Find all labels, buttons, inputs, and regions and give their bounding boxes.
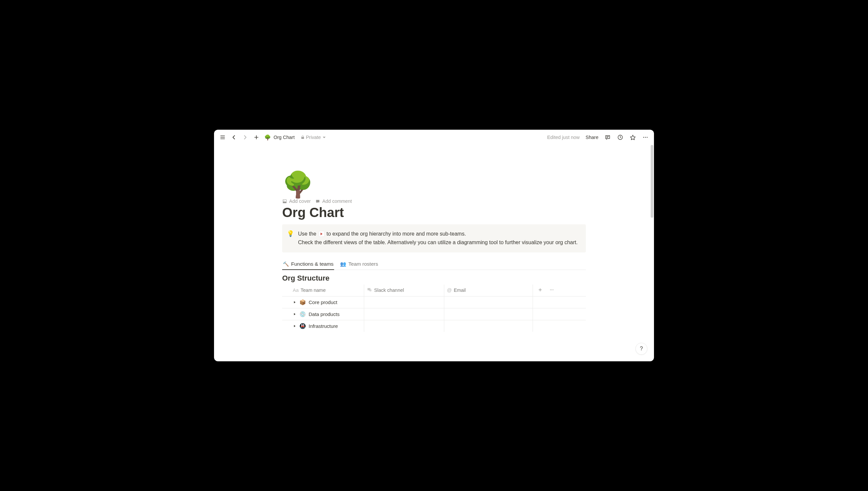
column-more-button[interactable] bbox=[549, 287, 555, 293]
tab-team-rosters[interactable]: 👥 Team rosters bbox=[339, 259, 379, 270]
svg-point-17 bbox=[553, 289, 553, 290]
cell-empty bbox=[533, 320, 586, 332]
cell-email[interactable] bbox=[444, 320, 533, 332]
toggle-triangle-icon bbox=[319, 231, 325, 237]
cell-empty bbox=[533, 308, 586, 320]
help-button[interactable]: ? bbox=[635, 343, 647, 355]
page-actions: Add cover Add comment bbox=[282, 199, 586, 204]
row-name-text: Core product bbox=[309, 299, 337, 305]
table-row[interactable]: 📦 Core product bbox=[282, 296, 586, 308]
comments-icon[interactable] bbox=[604, 134, 611, 141]
cell-slack[interactable] bbox=[364, 308, 444, 320]
scrollbar[interactable] bbox=[651, 145, 653, 218]
row-emoji-icon: 🚇 bbox=[299, 323, 306, 329]
cell-team-name[interactable]: 📦 Core product bbox=[282, 296, 364, 308]
lock-icon bbox=[301, 135, 305, 140]
svg-point-12 bbox=[284, 200, 285, 201]
speech-icon bbox=[367, 287, 372, 293]
tab-functions-teams[interactable]: 🔨 Functions & teams bbox=[282, 259, 334, 270]
callout-text: Use the to expand the org hierarchy into… bbox=[298, 230, 577, 247]
comment-icon bbox=[315, 199, 320, 204]
chevron-down-icon bbox=[322, 135, 326, 140]
expand-toggle[interactable] bbox=[293, 312, 297, 316]
tab-label: Team rosters bbox=[348, 261, 378, 267]
add-column-button[interactable] bbox=[538, 287, 543, 293]
back-button[interactable] bbox=[231, 134, 237, 141]
svg-point-15 bbox=[550, 289, 551, 290]
add-comment-button[interactable]: Add comment bbox=[315, 199, 352, 204]
at-icon: @ bbox=[447, 288, 452, 293]
cell-empty bbox=[533, 296, 586, 308]
hammer-icon: 🔨 bbox=[283, 261, 289, 267]
svg-point-11 bbox=[647, 137, 648, 138]
row-name-text: Data products bbox=[309, 311, 339, 317]
cell-email[interactable] bbox=[444, 296, 533, 308]
add-cover-button[interactable]: Add cover bbox=[282, 199, 310, 204]
share-button[interactable]: Share bbox=[586, 135, 598, 140]
add-cover-label: Add cover bbox=[289, 199, 310, 204]
table-row[interactable]: 🚇 Infrastructure bbox=[282, 320, 586, 332]
favorite-icon[interactable] bbox=[629, 134, 636, 141]
breadcrumb-page-title: Org Chart bbox=[274, 135, 295, 140]
table-row[interactable]: 💿 Data products bbox=[282, 308, 586, 320]
breadcrumb-page-icon: 🌳 bbox=[264, 134, 271, 141]
callout-block[interactable]: 💡 Use the to expand the org hierarchy in… bbox=[282, 224, 586, 253]
svg-marker-8 bbox=[630, 135, 635, 140]
callout-lightbulb-icon: 💡 bbox=[287, 230, 294, 247]
column-header-email[interactable]: @ Email bbox=[444, 285, 533, 296]
privacy-indicator[interactable]: Private bbox=[301, 135, 326, 140]
tab-label: Functions & teams bbox=[291, 261, 333, 267]
topbar-right: Edited just now Share bbox=[547, 134, 649, 141]
page-title[interactable]: Org Chart bbox=[282, 204, 586, 220]
people-icon: 👥 bbox=[340, 261, 346, 267]
column-header-name[interactable]: Aa Team name bbox=[282, 285, 364, 296]
topbar: 🌳 Org Chart Private Edited just now Shar… bbox=[214, 130, 654, 145]
cell-slack[interactable] bbox=[364, 296, 444, 308]
cell-team-name[interactable]: 💿 Data products bbox=[282, 308, 364, 320]
app-window: 🌳 Org Chart Private Edited just now Shar… bbox=[214, 130, 654, 361]
expand-toggle[interactable] bbox=[293, 300, 297, 304]
svg-point-9 bbox=[643, 137, 644, 138]
svg-point-16 bbox=[551, 289, 552, 290]
add-comment-label: Add comment bbox=[322, 199, 352, 204]
section-title[interactable]: Org Structure bbox=[282, 274, 586, 283]
breadcrumb[interactable]: 🌳 Org Chart bbox=[264, 134, 295, 141]
row-name-text: Infrastructure bbox=[309, 323, 338, 329]
cell-email[interactable] bbox=[444, 308, 533, 320]
topbar-left: 🌳 Org Chart Private bbox=[219, 134, 544, 141]
page-container: 🌳 Add cover Add comment Org Chart 💡 Use … bbox=[250, 172, 618, 345]
column-header-slack[interactable]: Slack channel bbox=[364, 285, 444, 296]
row-emoji-icon: 💿 bbox=[299, 311, 306, 317]
image-icon bbox=[282, 199, 287, 204]
updates-icon[interactable] bbox=[617, 134, 624, 141]
table-header: Aa Team name Slack channel @ Email bbox=[282, 285, 586, 296]
page-icon[interactable]: 🌳 bbox=[282, 172, 586, 197]
table: Aa Team name Slack channel @ Email bbox=[282, 285, 586, 332]
privacy-label: Private bbox=[306, 135, 321, 140]
more-icon[interactable] bbox=[642, 134, 649, 141]
cell-team-name[interactable]: 🚇 Infrastructure bbox=[282, 320, 364, 332]
text-type-icon: Aa bbox=[293, 288, 299, 293]
edited-timestamp: Edited just now bbox=[547, 135, 579, 140]
column-header-actions bbox=[533, 285, 558, 296]
view-tabs: 🔨 Functions & teams 👥 Team rosters bbox=[282, 259, 586, 270]
cell-slack[interactable] bbox=[364, 320, 444, 332]
menu-icon[interactable] bbox=[219, 134, 226, 141]
expand-toggle[interactable] bbox=[293, 324, 297, 328]
row-emoji-icon: 📦 bbox=[299, 299, 306, 306]
svg-point-10 bbox=[645, 137, 646, 138]
new-page-button[interactable] bbox=[253, 134, 260, 141]
content-area: 🌳 Add cover Add comment Org Chart 💡 Use … bbox=[214, 145, 654, 361]
forward-button[interactable] bbox=[242, 134, 248, 141]
